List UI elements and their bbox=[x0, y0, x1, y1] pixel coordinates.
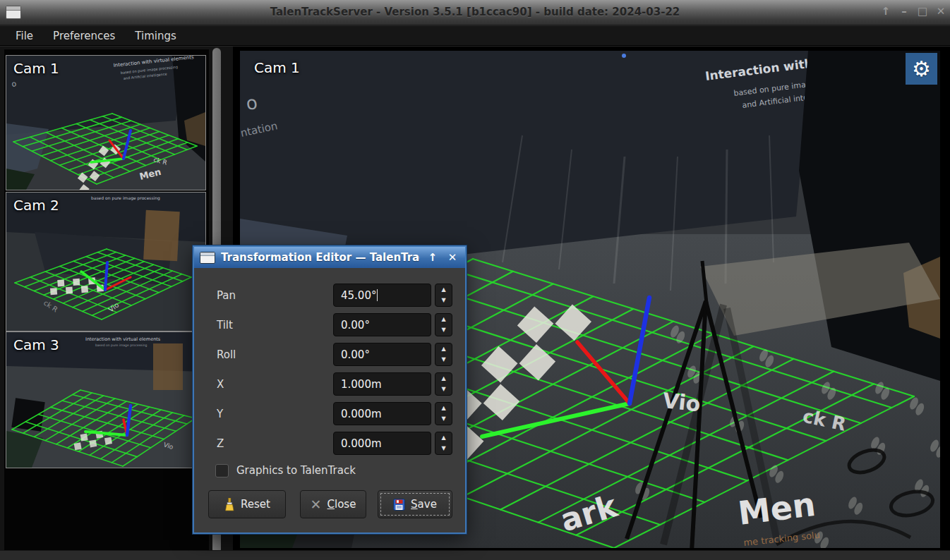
maximize-button[interactable]: □ bbox=[915, 5, 930, 18]
z-spinner: ▲ ▼ bbox=[435, 432, 452, 455]
y-input[interactable]: 0.000m bbox=[333, 402, 431, 425]
y-spinner: ▲ ▼ bbox=[435, 402, 452, 425]
dialog-title: Transformation Editor — TalenTrackS bbox=[221, 251, 420, 264]
z-input[interactable]: 0.000m bbox=[333, 432, 431, 455]
x-label: X bbox=[217, 378, 224, 391]
thumb3-screen-text1: Interaction with virtual elements bbox=[85, 336, 161, 342]
save-button[interactable]: Save bbox=[378, 490, 452, 518]
graphics-to-talentrack-checkbox[interactable] bbox=[215, 464, 229, 477]
graphics-to-talentrack-label: Graphics to TalenTrack bbox=[236, 464, 356, 477]
pan-input[interactable]: 45.00° bbox=[333, 284, 431, 307]
tilt-spin-down[interactable]: ▼ bbox=[435, 325, 452, 336]
roll-label: Roll bbox=[217, 348, 236, 361]
thumb3-screen-text2: based on pure image processing bbox=[95, 343, 148, 347]
menu-timings[interactable]: Timings bbox=[135, 30, 176, 42]
pan-spin-down[interactable]: ▼ bbox=[435, 296, 452, 307]
cam1-thumb-label: Cam 1 bbox=[13, 60, 59, 77]
brush-icon bbox=[224, 498, 235, 511]
camera-thumbnail-cam2[interactable]: based on pure image processing Vio ck R … bbox=[6, 192, 206, 331]
close-button[interactable]: ✕ bbox=[933, 5, 949, 18]
roll-spin-up[interactable]: ▲ bbox=[435, 343, 452, 355]
tilt-spinner: ▲ ▼ bbox=[435, 313, 452, 336]
camera-thumbnail-cam1[interactable]: Interaction with virtual elements based … bbox=[6, 55, 206, 190]
cam3-thumb-label: Cam 3 bbox=[13, 336, 59, 353]
camera-thumbnail-cam3[interactable]: Interaction with virtual elements based … bbox=[6, 331, 206, 468]
tilt-spin-up[interactable]: ▲ bbox=[435, 314, 452, 325]
z-label: Z bbox=[217, 437, 224, 450]
pan-label: Pan bbox=[217, 289, 236, 302]
settings-button[interactable]: ⚙ bbox=[906, 53, 937, 85]
floppy-icon bbox=[393, 499, 405, 511]
tilt-label: Tilt bbox=[217, 319, 233, 331]
y-spin-down[interactable]: ▼ bbox=[435, 414, 452, 425]
roll-input[interactable]: 0.00° bbox=[333, 343, 431, 366]
text-cursor bbox=[377, 289, 378, 301]
shade-button[interactable]: ↑ bbox=[878, 5, 894, 18]
gear-icon: ⚙ bbox=[912, 59, 931, 80]
reset-button[interactable]: Reset bbox=[208, 490, 286, 518]
roll-spinner: ▲ ▼ bbox=[435, 343, 452, 366]
dialog-close-button[interactable]: ✕ bbox=[445, 251, 459, 264]
thumb2-screen-text1: based on pure image processing bbox=[91, 195, 160, 201]
menubar: File Preferences Timings bbox=[0, 26, 950, 46]
window-bottom-strip bbox=[0, 550, 950, 560]
x-input[interactable]: 1.000m bbox=[333, 372, 431, 396]
dialog-window-icon bbox=[200, 252, 215, 264]
roll-spin-down[interactable]: ▼ bbox=[435, 355, 452, 366]
application-window: TalenTrackServer - Version 3.5.1 [b1ccac… bbox=[0, 0, 950, 560]
dialog-shade-button[interactable]: ↑ bbox=[426, 251, 440, 264]
window-title: TalenTrackServer - Version 3.5.1 [b1ccac… bbox=[0, 6, 950, 18]
y-spin-up[interactable]: ▲ bbox=[435, 403, 452, 414]
pan-spinner: ▲ ▼ bbox=[435, 284, 452, 307]
x-spinner: ▲ ▼ bbox=[435, 372, 452, 396]
window-titlebar[interactable]: TalenTrackServer - Version 3.5.1 [b1ccac… bbox=[0, 0, 950, 25]
pan-spin-up[interactable]: ▲ bbox=[435, 284, 452, 296]
main-view-label: Cam 1 bbox=[254, 59, 300, 76]
z-spin-up[interactable]: ▲ bbox=[435, 432, 452, 444]
menu-file[interactable]: File bbox=[16, 30, 33, 42]
transformation-editor-dialog: Transformation Editor — TalenTrackS ↑ ✕ … bbox=[193, 245, 467, 534]
close-button-dialog[interactable]: ✕ Close bbox=[300, 490, 366, 518]
minimize-button[interactable]: – bbox=[896, 5, 912, 18]
dialog-titlebar[interactable]: Transformation Editor — TalenTrackS ↑ ✕ bbox=[194, 247, 465, 268]
floor-text-vio: Vio bbox=[661, 388, 702, 416]
tilt-input[interactable]: 0.00° bbox=[333, 313, 431, 336]
y-label: Y bbox=[217, 408, 223, 420]
x-spin-down[interactable]: ▼ bbox=[435, 384, 452, 396]
close-x-icon: ✕ bbox=[311, 498, 322, 511]
z-spin-down[interactable]: ▼ bbox=[435, 444, 452, 455]
x-spin-up[interactable]: ▲ bbox=[435, 373, 452, 384]
cam2-thumb-label: Cam 2 bbox=[13, 197, 59, 214]
menu-preferences[interactable]: Preferences bbox=[53, 30, 115, 42]
